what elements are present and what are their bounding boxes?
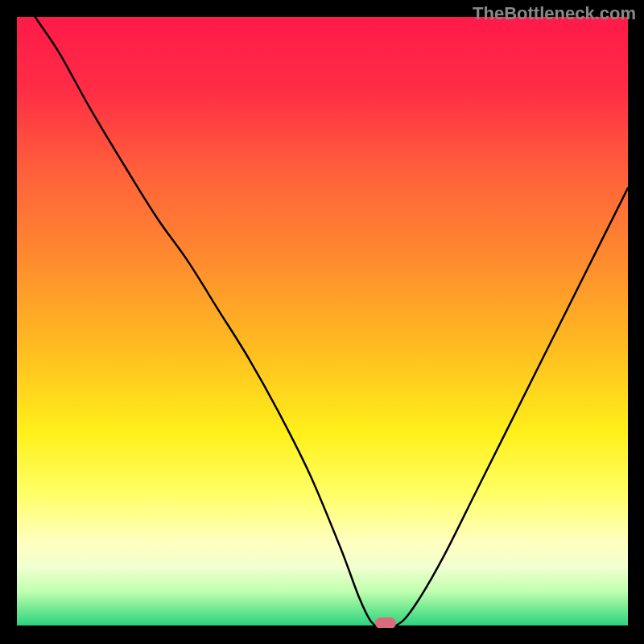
watermark-text: TheBottleneck.com: [473, 3, 636, 24]
chart-container: TheBottleneck.com: [0, 0, 644, 644]
x-axis-line: [17, 625, 628, 628]
plot-area: [17, 17, 628, 628]
bottleneck-curve: [17, 17, 628, 628]
optimal-point-marker: [375, 617, 396, 628]
